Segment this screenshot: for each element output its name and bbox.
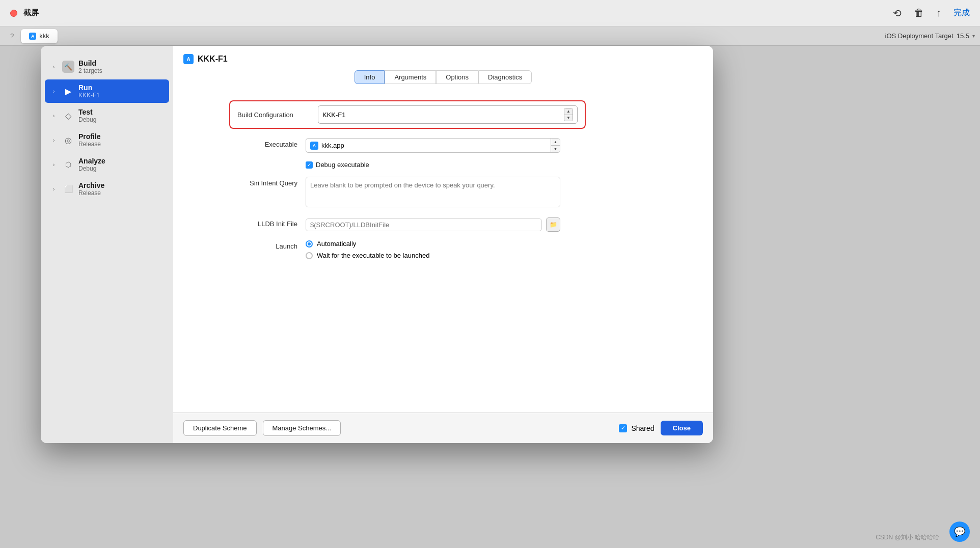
lldb-label: LLDB Init File [204,217,306,228]
window-title: 截屏 [23,8,39,18]
kkk-tab-icon: A [29,33,36,40]
profile-icon: ◎ [62,134,74,146]
xcode-tabs-bar: ? A kkk iOS Deployment Target 15.5 ▾ [0,26,980,46]
executable-select[interactable]: A kkk.app ▲ ▼ [306,138,560,153]
launch-wait-radio[interactable] [306,252,313,259]
launch-auto-label: Automatically [317,240,356,248]
siri-row: Siri Intent Query [204,177,683,209]
test-expand-arrow: › [53,113,59,119]
executable-stepper[interactable]: ▲ ▼ [551,139,560,152]
build-config-stepper[interactable]: ▲ ▼ [564,108,573,121]
top-bar-actions: ⟲ 🗑 ↑ 完成 [893,7,970,19]
sidebar-item-build[interactable]: › 🔨 Build 2 targets [45,55,169,78]
close-button-bottom[interactable]: Close [661,421,703,435]
tab-options[interactable]: Options [436,70,478,84]
deployment-value: 15.5 [957,32,969,40]
sidebar-item-profile[interactable]: › ◎ Profile Release [45,128,169,152]
launch-radio-group: Automatically Wait for the executable to… [306,240,560,259]
build-text: Build 2 targets [78,59,102,74]
build-config-value: KKK-F1 [322,111,346,119]
test-subtitle: Debug [78,116,96,123]
executable-value: A kkk.app [306,140,551,152]
archive-expand-arrow: › [53,186,59,192]
dialog-bottom: Duplicate Scheme Manage Schemes... ✓ Sha… [173,413,713,443]
tab-info[interactable]: Info [355,70,385,84]
sidebar-item-archive[interactable]: › ⬜ Archive Release [45,177,169,201]
lldb-row: LLDB Init File 📁 [204,217,683,232]
archive-icon: ⬜ [62,183,74,195]
executable-label: Executable [204,138,306,148]
analyze-subtitle: Debug [78,165,105,172]
deployment-dropdown-arrow[interactable]: ▾ [972,33,975,39]
run-subtitle: KKK-F1 [78,92,100,99]
shared-label: Shared [631,424,654,432]
tab-bar: Info Arguments Options Diagnostics [173,64,713,90]
sidebar-item-analyze[interactable]: › ⬡ Analyze Debug [45,153,169,176]
debug-exe-spacer [204,161,306,163]
debug-exe-checkbox-row: ✓ Debug executable [306,161,560,169]
executable-stepper-up[interactable]: ▲ [551,139,560,146]
form-content: Build Configuration KKK-F1 ▲ ▼ Executabl… [173,90,713,413]
profile-text: Profile Release [78,132,101,148]
archive-name: Archive [78,181,104,189]
close-button[interactable] [10,10,17,17]
archive-text: Archive Release [78,181,104,197]
dialog-body: › 🔨 Build 2 targets › ▶ Run KKK-F1 [41,46,713,443]
run-text: Run KKK-F1 [78,84,100,99]
run-name: Run [78,84,100,92]
deployment-target: iOS Deployment Target 15.5 ▾ [885,32,975,40]
shared-checkbox-row: ✓ Shared [619,424,654,432]
executable-stepper-down[interactable]: ▼ [551,146,560,152]
run-icon: ▶ [62,85,74,97]
test-text: Test Debug [78,108,96,123]
main-area: › 🔨 Build 2 targets › ▶ Run KKK-F1 [0,46,980,548]
manage-schemes-button[interactable]: Manage Schemes... [263,420,341,436]
debug-exe-control: ✓ Debug executable [306,161,560,169]
executable-app-icon: A [310,142,318,150]
launch-auto-radio[interactable] [306,240,313,248]
tab-diagnostics[interactable]: Diagnostics [478,70,532,84]
stepper-up[interactable]: ▲ [564,108,573,115]
sidebar-item-test[interactable]: › ◇ Test Debug [45,104,169,127]
executable-control: A kkk.app ▲ ▼ [306,138,560,153]
kkk-tab[interactable]: A kkk [21,29,58,43]
undo-icon[interactable]: ⟲ [893,7,902,19]
siri-label: Siri Intent Query [204,177,306,187]
lldb-browse-button[interactable]: 📁 [546,217,560,232]
profile-subtitle: Release [78,141,101,148]
test-name: Test [78,108,96,116]
build-config-select[interactable]: KKK-F1 ▲ ▼ [318,105,578,124]
shared-checkbox[interactable]: ✓ [619,424,627,432]
stepper-down[interactable]: ▼ [564,115,573,121]
analyze-text: Analyze Debug [78,157,105,172]
sidebar-item-run[interactable]: › ▶ Run KKK-F1 [45,79,169,103]
main-panel: A KKK-F1 Info Arguments Options Diagnost… [173,46,713,443]
analyze-icon: ⬡ [62,158,74,171]
build-config-label: Build Configuration [237,111,314,119]
debug-exe-row: ✓ Debug executable [204,161,683,169]
build-name: Build [78,59,102,67]
trash-icon[interactable]: 🗑 [914,7,924,19]
chat-icon[interactable]: 💬 [949,522,970,542]
archive-subtitle: Release [78,189,104,197]
executable-text: kkk.app [321,142,344,149]
debug-exe-checkbox[interactable]: ✓ [306,161,313,169]
scheme-dialog: › 🔨 Build 2 targets › ▶ Run KKK-F1 [41,46,713,443]
build-expand-arrow: › [53,64,59,70]
launch-wait-label: Wait for the executable to be launched [317,252,429,259]
tab-arguments[interactable]: Arguments [385,70,436,84]
duplicate-scheme-button[interactable]: Duplicate Scheme [183,420,257,436]
build-icon: 🔨 [62,61,74,73]
panel-title: KKK-F1 [198,54,228,64]
question-tab[interactable]: ? [5,32,19,40]
launch-label: Launch [204,240,306,250]
debug-exe-label: Debug executable [316,161,369,169]
deployment-label: iOS Deployment Target [885,32,954,40]
done-button[interactable]: 完成 [954,8,970,18]
lldb-input[interactable] [306,218,542,231]
run-expand-arrow: › [53,89,59,94]
share-icon[interactable]: ↑ [936,7,941,19]
siri-textarea[interactable] [306,177,560,207]
test-icon: ◇ [62,109,74,122]
scheme-sidebar: › 🔨 Build 2 targets › ▶ Run KKK-F1 [41,46,173,443]
